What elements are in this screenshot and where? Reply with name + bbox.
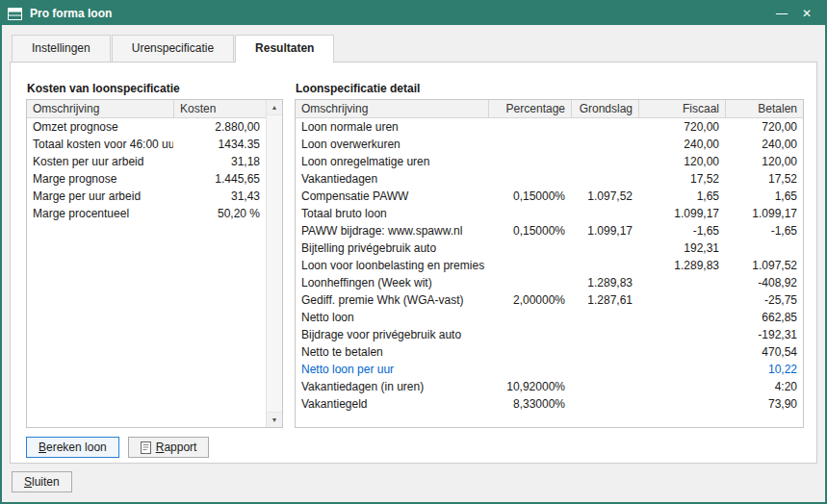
row-cell: Gediff. premie Whk (WGA-vast)	[296, 291, 488, 309]
row-cell: 240,00	[638, 136, 725, 153]
column-header-grondslag[interactable]: Grondslag	[571, 100, 638, 117]
row-cell: Netto te betalen	[296, 343, 488, 361]
table-row[interactable]: Gediff. premie Whk (WGA-vast)2,00000%1.2…	[296, 291, 803, 309]
table-row[interactable]: Kosten per uur arbeid31,18	[27, 153, 282, 170]
row-cell: 720,00	[725, 118, 803, 136]
row-cell: 10,22	[725, 361, 803, 378]
column-header-fiscaal[interactable]: Fiscaal	[638, 100, 725, 117]
row-cell: Loonheffingen (Week wit)	[296, 274, 488, 291]
footer: Sluiten	[2, 464, 825, 502]
table-row[interactable]: Vakantiedagen (in uren)10,92000%4:20	[296, 378, 803, 395]
table-row[interactable]: Netto te betalen470,54	[296, 343, 803, 361]
sluiten-button[interactable]: Sluiten	[12, 471, 72, 492]
row-cell: 1,65	[638, 188, 725, 205]
table-row[interactable]: Omzet prognose2.880,00	[27, 118, 282, 136]
actions-row: Bereken loon Rapport	[26, 437, 209, 458]
row-cell: Netto loon	[296, 309, 488, 326]
table-row[interactable]: Loon normale uren720,00720,00	[296, 118, 803, 136]
row-cell	[488, 239, 571, 257]
tab-urenspecificatie[interactable]: Urenspecificatie	[112, 35, 234, 62]
row-cell: 1434.35	[173, 136, 266, 153]
row-cell: 720,00	[638, 118, 725, 136]
table-row[interactable]: Loon overwerkuren240,00240,00	[296, 136, 803, 153]
row-cell	[571, 309, 638, 326]
row-cell: -192,31	[725, 326, 803, 343]
table-row[interactable]: Loonheffingen (Week wit)1.289,83-408,92	[296, 274, 803, 291]
row-cell: 1.099,17	[725, 205, 803, 222]
sluiten-label: Sluiten	[24, 475, 60, 489]
row-cell: 120,00	[725, 153, 803, 170]
row-cell	[638, 291, 725, 309]
column-header-percentage[interactable]: Percentage	[488, 100, 571, 117]
row-cell	[488, 274, 571, 291]
close-button[interactable]: ✕	[794, 7, 819, 20]
row-cell: Marge prognose	[27, 170, 173, 188]
row-cell: 1.099,17	[571, 222, 638, 239]
row-cell	[725, 239, 803, 257]
tab-instellingen[interactable]: Instellingen	[12, 35, 111, 62]
row-cell: 1.099,17	[638, 205, 725, 222]
row-cell	[571, 153, 638, 170]
rapport-label: Rapport	[156, 441, 197, 454]
column-header-omschrijving[interactable]: Omschrijving	[27, 100, 173, 117]
row-cell: Vakantiedagen	[296, 170, 488, 188]
row-cell: 1,65	[725, 188, 803, 205]
table-row[interactable]: Vakantiedagen17,5217,52	[296, 170, 803, 188]
row-cell	[571, 326, 638, 343]
scrollbar-track[interactable]	[267, 115, 282, 412]
row-cell: PAWW bijdrage: www.spaww.nl	[296, 222, 488, 239]
titlebar: Pro forma loon — ✕	[2, 2, 825, 25]
table-row[interactable]: Vakantiegeld8,33000%73,90	[296, 395, 803, 413]
table-row[interactable]: Loon onregelmatige uren120,00120,00	[296, 153, 803, 170]
row-cell: Bijdrage voor privégebruik auto	[296, 326, 488, 343]
column-header-betalen[interactable]: Betalen	[725, 100, 803, 117]
row-cell	[488, 153, 571, 170]
column-header-kosten[interactable]: Kosten	[173, 100, 266, 117]
row-cell: 192,31	[638, 239, 725, 257]
app-icon	[8, 7, 25, 20]
row-cell	[488, 361, 571, 378]
row-cell	[638, 343, 725, 361]
dialog-window: Pro forma loon — ✕ Instellingen Urenspec…	[0, 0, 827, 504]
row-cell: 1.097,52	[571, 188, 638, 205]
row-cell	[488, 257, 571, 274]
row-cell: 4:20	[725, 378, 803, 395]
table-row[interactable]: PAWW bijdrage: www.spaww.nl0,15000%1.099…	[296, 222, 803, 239]
table-row[interactable]: Marge per uur arbeid31,43	[27, 188, 282, 205]
row-cell	[488, 343, 571, 361]
table-row[interactable]: Marge procentueel50,20 %	[27, 205, 282, 222]
table-row[interactable]: Netto loon per uur10,22	[296, 361, 803, 378]
table-row[interactable]: Compensatie PAWW0,15000%1.097,521,651,65	[296, 188, 803, 205]
row-cell: 120,00	[638, 153, 725, 170]
row-cell: Omzet prognose	[27, 118, 173, 136]
vertical-scrollbar[interactable]: ▲ ▼	[266, 100, 282, 427]
table-row[interactable]: Bijtelling privégebruik auto192,31	[296, 239, 803, 257]
row-cell: 1.445,65	[173, 170, 266, 188]
table-row[interactable]: Bijdrage voor privégebruik auto-192,31	[296, 326, 803, 343]
table-row[interactable]: Loon voor loonbelasting en premies1.289,…	[296, 257, 803, 274]
table-row[interactable]: Totaal kosten voor 46:00 uur1434.35	[27, 136, 282, 153]
minimize-button[interactable]: —	[769, 7, 794, 20]
row-cell	[571, 136, 638, 153]
row-cell: Loon normale uren	[296, 118, 488, 136]
scroll-up-icon[interactable]: ▲	[267, 100, 282, 115]
row-cell: Loon overwerkuren	[296, 136, 488, 153]
row-cell: 50,20 %	[173, 205, 266, 222]
tab-resultaten[interactable]: Resultaten	[235, 35, 334, 62]
bereken-loon-button[interactable]: Bereken loon	[26, 437, 119, 458]
row-cell	[571, 170, 638, 188]
row-cell: 10,92000%	[488, 378, 571, 395]
row-cell: Loon voor loonbelasting en premies	[296, 257, 488, 274]
row-cell: -408,92	[725, 274, 803, 291]
row-cell: 0,15000%	[488, 188, 571, 205]
column-header-omschrijving[interactable]: Omschrijving	[296, 100, 488, 117]
rapport-button[interactable]: Rapport	[128, 437, 210, 458]
table-row[interactable]: Marge prognose1.445,65	[27, 170, 282, 188]
table-row[interactable]: Netto loon662,85	[296, 309, 803, 326]
detail-table: Omschrijving Percentage Grondslag Fiscaa…	[295, 99, 804, 428]
table-row[interactable]: Totaal bruto loon1.099,171.099,17	[296, 205, 803, 222]
scroll-down-icon[interactable]: ▼	[267, 412, 282, 427]
row-cell	[638, 274, 725, 291]
row-cell: Vakantiedagen (in uren)	[296, 378, 488, 395]
right-panel-title: Loonspecificatie detail	[296, 82, 420, 95]
